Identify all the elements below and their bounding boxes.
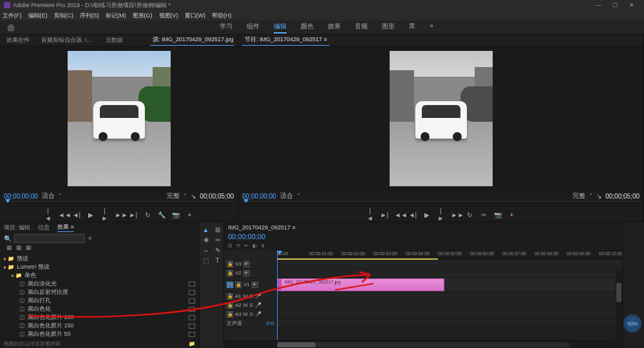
source-ruler[interactable] <box>4 201 234 208</box>
ripple-tool-icon[interactable]: ✥ <box>202 235 211 244</box>
track-headers[interactable]: 🔒V3👁 🔒V2👁 V1🔒V1👁 🔒A1MS🎤 🔒A2MS🎤 🔒A3MS🎤 主声… <box>224 251 277 340</box>
timeline-ruler[interactable]: 00:0000:00:01:0000:00:02:0000:00:03:0000… <box>277 251 622 260</box>
tab-effects[interactable]: 效果 ≡ <box>57 223 74 232</box>
item-label: 黑白色化胶片 150 <box>28 322 74 330</box>
timeline-panel: IMG_20170429_092517 ≡ 00;00;00;00 ⊡⊓✂◐↯ … <box>224 222 622 348</box>
effect-item[interactable]: ◫黑白色化胶片 150 <box>0 322 199 330</box>
program-fit-label[interactable]: 适合 <box>280 191 293 200</box>
effects-tree[interactable]: ▸ 📁预设▸ 📁Lumetri 预设▸ 📁单色◫黑白淡化光◫黑白反射对比度◫黑白… <box>0 253 199 339</box>
add-button-icon[interactable]: + <box>508 211 516 218</box>
goto-out-icon[interactable]: |► <box>101 208 109 222</box>
extract-icon[interactable]: ✂ <box>480 211 488 218</box>
menu-view[interactable]: 视图(V) <box>159 12 178 20</box>
ws-learn[interactable]: 学习 <box>220 22 232 34</box>
zoom-dial[interactable]: 50% <box>623 314 641 333</box>
pen-tool-icon[interactable]: ✎ <box>213 246 222 255</box>
hand-tool-icon[interactable]: ⬚ <box>202 256 211 265</box>
mark-out-icon[interactable]: ►| <box>129 211 137 218</box>
program-scale-label[interactable]: 完整 <box>573 191 585 200</box>
home-icon[interactable] <box>6 24 15 32</box>
razor-tool-icon[interactable]: ✂ <box>213 235 222 244</box>
effect-item[interactable]: ◫黑白色化胶片 50 <box>0 330 199 338</box>
effect-item[interactable]: ◫黑白打孔 <box>0 296 199 305</box>
track-select-tool-icon[interactable]: ⊞ <box>213 225 222 234</box>
play-icon[interactable]: ▶ <box>423 211 431 218</box>
ws-more[interactable]: » <box>430 22 433 34</box>
selection-tool-icon[interactable]: ▲ <box>202 225 211 234</box>
folder-item[interactable]: ▸ 📁预设 <box>0 255 199 263</box>
menu-file[interactable]: 文件(F) <box>3 12 22 20</box>
timeline-timecode[interactable]: 00;00;00;00 <box>224 233 622 243</box>
tab-source[interactable]: 源: IMG_20170429_092517.jpg ≡ <box>150 34 234 46</box>
new-bin-icon[interactable]: 📁 <box>189 341 195 347</box>
effects-filter-icons[interactable]: ▦▦▦ <box>0 244 199 253</box>
ws-audio[interactable]: 音频 <box>355 22 368 34</box>
ws-graphics[interactable]: 图形 <box>382 22 395 34</box>
effect-icon: ◫ <box>19 330 25 338</box>
menu-sequence[interactable]: 序列(S) <box>80 12 99 20</box>
menu-help[interactable]: 帮助(H) <box>212 12 232 20</box>
effect-item[interactable]: ◫黑白反射对比度 <box>0 288 199 296</box>
folder-item[interactable]: ▸ 📁单色 <box>0 271 199 280</box>
effect-item[interactable]: ◫黑白色化胶片 100 <box>0 313 199 322</box>
source-fit-label[interactable]: 适合 <box>42 191 55 200</box>
tab-project[interactable]: 项目: 编辑 <box>4 224 30 232</box>
program-timecode-in[interactable]: 00;00;00;00 <box>242 193 276 200</box>
program-ruler[interactable] <box>242 201 639 208</box>
timeline-vscroll[interactable] <box>616 270 622 340</box>
track-area[interactable]: 00:0000:00:01:0000:00:02:0000:00:03:0000… <box>277 251 622 340</box>
timeline-zoom-scroll[interactable] <box>277 342 569 347</box>
add-button-icon[interactable]: + <box>186 211 194 218</box>
export-frame-icon[interactable]: 📷 <box>494 211 502 218</box>
zoom-icon[interactable]: ↘ <box>596 193 601 200</box>
ws-assembly[interactable]: 组件 <box>247 22 260 34</box>
tab-metadata[interactable]: 元数据 <box>103 35 126 46</box>
playhead-line[interactable] <box>277 251 278 340</box>
menu-graphics[interactable]: 图形(G) <box>133 12 153 20</box>
folder-item[interactable]: ▸ 📁Lumetri 预设 <box>0 263 199 271</box>
close-button[interactable]: ✕ <box>623 2 640 8</box>
source-timecode-in[interactable]: 00;00;00;00 <box>4 193 38 200</box>
step-fwd-icon[interactable]: ►► <box>115 211 123 218</box>
step-fwd-icon[interactable]: ►► <box>451 211 459 218</box>
timeline-options[interactable]: ⊡⊓✂◐↯ <box>224 243 622 251</box>
goto-in-icon[interactable]: ◄| <box>73 211 80 218</box>
mark-in-icon[interactable]: |◄ <box>44 208 52 222</box>
sequence-tab[interactable]: IMG_20170429_092517 ≡ <box>228 224 296 231</box>
source-scale-label[interactable]: 完整 <box>167 191 180 200</box>
play-icon[interactable]: ▶ <box>87 211 95 218</box>
menu-marker[interactable]: 标记(M) <box>106 12 126 20</box>
menu-edit[interactable]: 编辑(E) <box>28 12 48 20</box>
step-back-icon[interactable]: ◄◄ <box>59 211 66 218</box>
effect-item[interactable]: ◫黑白淡化光 <box>0 280 199 288</box>
export-frame-icon[interactable]: 📷 <box>172 211 180 218</box>
loop-icon[interactable]: ↻ <box>144 211 151 218</box>
lift-icon[interactable]: ↻ <box>466 211 473 218</box>
menu-clip[interactable]: 剪辑(C) <box>54 12 74 20</box>
mark-in-icon[interactable]: |◄ <box>366 208 374 222</box>
tab-info[interactable]: 信息 <box>38 224 50 232</box>
source-monitor[interactable] <box>0 46 238 191</box>
minimize-button[interactable]: — <box>590 2 607 8</box>
mark-out-icon[interactable]: ►| <box>381 211 388 218</box>
ws-color[interactable]: 颜色 <box>301 22 314 34</box>
slip-tool-icon[interactable]: ↔ <box>202 246 211 255</box>
goto-in-icon[interactable]: ◄| <box>409 211 417 218</box>
zoom-icon[interactable]: ↘ <box>191 193 196 200</box>
ws-library[interactable]: 库 <box>409 22 415 34</box>
tab-program[interactable]: 节目: IMG_20170429_092517 ≡ <box>242 34 330 46</box>
step-back-icon[interactable]: ◄◄ <box>395 211 402 218</box>
tab-effect-controls[interactable]: 效果控件 <box>4 35 32 46</box>
menu-window[interactable]: 窗口(W) <box>185 12 206 20</box>
effects-search-input[interactable] <box>14 234 85 243</box>
effect-item[interactable]: ◫黑白色化 <box>0 305 199 313</box>
type-tool-icon[interactable]: T <box>213 256 222 265</box>
ws-effects[interactable]: 效果 <box>328 22 341 34</box>
goto-out-icon[interactable]: |► <box>437 208 445 222</box>
tab-audio-mixer[interactable]: 音频剪辑混合器: IMG_20170429_092517 <box>39 35 97 46</box>
ws-editing[interactable]: 编辑 <box>274 22 287 34</box>
wrench-icon[interactable]: 🔧 <box>158 211 166 218</box>
video-clip[interactable]: IMG_20170429_092517.jpg <box>277 278 444 291</box>
maximize-button[interactable]: ☐ <box>607 2 623 8</box>
program-monitor[interactable] <box>238 46 643 191</box>
